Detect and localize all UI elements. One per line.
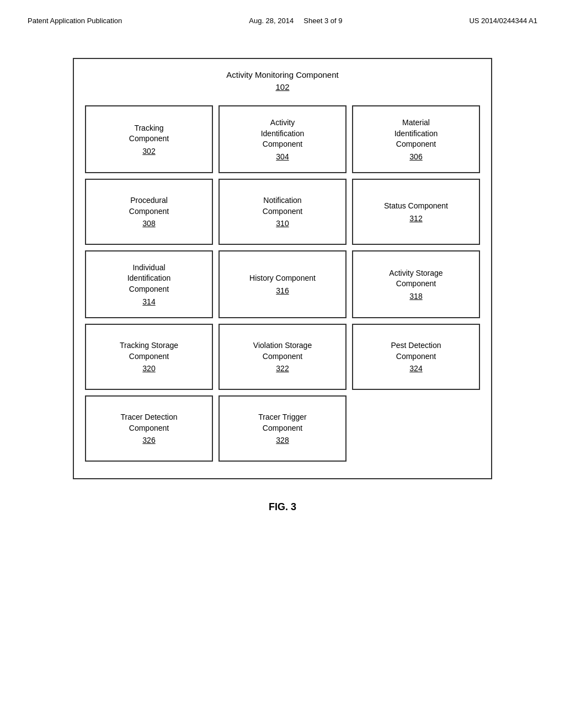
component-box-5: Status Component312 — [352, 179, 480, 245]
component-box-3: ProceduralComponent308 — [85, 179, 213, 245]
component-box-9: Tracking StorageComponent320 — [85, 324, 213, 390]
component-name-10: Violation StorageComponent — [253, 340, 312, 362]
component-number-8: 318 — [409, 292, 422, 301]
component-box-12: Tracer DetectionComponent326 — [85, 395, 213, 462]
component-box-2: MaterialIdentificationComponent306 — [352, 105, 480, 173]
component-name-13: Tracer TriggerComponent — [258, 412, 306, 433]
component-box-13: Tracer TriggerComponent328 — [218, 395, 347, 462]
component-name-7: History Component — [249, 273, 316, 284]
component-name-11: Pest DetectionComponent — [391, 340, 441, 362]
header-right: US 2014/0244344 A1 — [469, 17, 537, 25]
component-box-6: IndividualIdentificationComponent314 — [85, 250, 213, 318]
component-box-8: Activity StorageComponent318 — [352, 250, 480, 318]
component-number-2: 306 — [409, 152, 422, 161]
component-number-9: 320 — [142, 364, 155, 373]
component-number-13: 328 — [276, 436, 289, 445]
header-left: Patent Application Publication — [28, 17, 122, 25]
header-date: Aug. 28, 2014 — [249, 17, 294, 25]
component-name-9: Tracking StorageComponent — [120, 340, 178, 362]
component-name-5: Status Component — [384, 201, 448, 212]
component-grid: TrackingComponent302ActivityIdentificati… — [85, 105, 480, 462]
component-number-0: 302 — [142, 147, 155, 156]
component-box-7: History Component316 — [218, 250, 347, 318]
diagram-container: Activity Monitoring Component 102 Tracki… — [73, 58, 492, 479]
component-name-3: ProceduralComponent — [129, 195, 169, 217]
component-name-0: TrackingComponent — [129, 123, 169, 144]
component-name-1: ActivityIdentificationComponent — [261, 117, 305, 150]
component-number-5: 312 — [409, 214, 422, 223]
diagram-title-line1: Activity Monitoring Component — [85, 70, 480, 79]
component-number-7: 316 — [276, 286, 289, 295]
component-number-12: 326 — [142, 436, 155, 445]
component-box-4: NotificationComponent310 — [218, 179, 347, 245]
header-center: Aug. 28, 2014 Sheet 3 of 9 — [249, 17, 342, 25]
figure-label: FIG. 3 — [0, 501, 565, 513]
component-name-8: Activity StorageComponent — [389, 268, 443, 290]
component-name-6: IndividualIdentificationComponent — [127, 263, 171, 295]
diagram-title-number: 102 — [85, 82, 480, 92]
component-number-6: 314 — [142, 297, 155, 306]
component-number-3: 308 — [142, 219, 155, 228]
header-sheet: Sheet 3 of 9 — [303, 17, 342, 25]
component-box-0: TrackingComponent302 — [85, 105, 213, 173]
component-box-1: ActivityIdentificationComponent304 — [218, 105, 347, 173]
component-box-14 — [352, 395, 480, 462]
component-name-2: MaterialIdentificationComponent — [395, 117, 438, 150]
component-number-1: 304 — [276, 152, 289, 161]
component-number-11: 324 — [409, 364, 422, 373]
page-header: Patent Application Publication Aug. 28, … — [0, 0, 565, 36]
component-name-4: NotificationComponent — [263, 195, 302, 217]
component-box-10: Violation StorageComponent322 — [218, 324, 347, 390]
component-number-4: 310 — [276, 219, 289, 228]
component-name-12: Tracer DetectionComponent — [121, 412, 178, 433]
component-box-11: Pest DetectionComponent324 — [352, 324, 480, 390]
component-number-10: 322 — [276, 364, 289, 373]
